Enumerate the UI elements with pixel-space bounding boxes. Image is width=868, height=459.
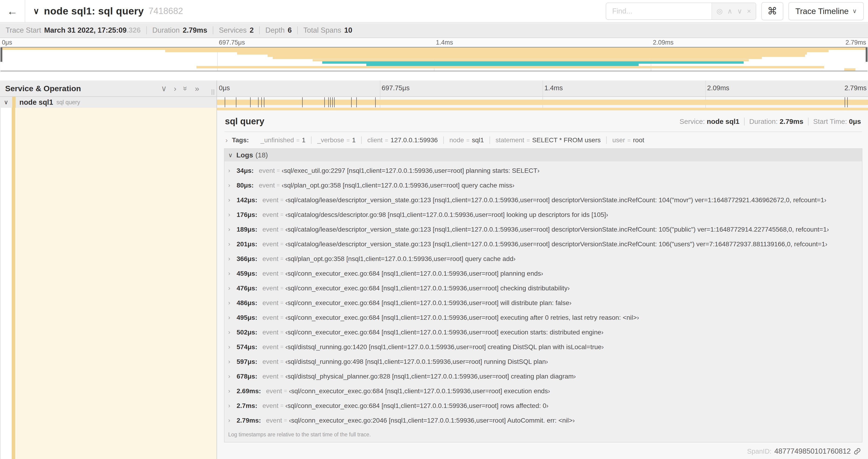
service-value: node sql1: [707, 118, 739, 125]
collapse-all-icon[interactable]: »: [181, 86, 190, 91]
log-equals: =: [280, 329, 283, 335]
log-field-key: event: [262, 329, 279, 336]
trace-view-switcher[interactable]: Trace Timeline ∨: [788, 2, 864, 20]
log-field-key: event: [262, 285, 279, 292]
log-timestamp: 459μs:: [237, 270, 257, 277]
find-input[interactable]: [606, 3, 711, 19]
summary-label: Services: [219, 26, 247, 35]
log-event-tick: [328, 97, 329, 107]
collapse-one-icon[interactable]: ∨: [161, 84, 167, 93]
span-duration-bar[interactable]: [217, 100, 868, 105]
log-row[interactable]: ›486μs:event=‹sql/conn_executor_exec.go:…: [224, 296, 862, 310]
chevron-right-icon: ›: [228, 299, 237, 306]
log-row[interactable]: ›476μs:event=‹sql/conn_executor_exec.go:…: [224, 281, 862, 296]
log-row[interactable]: ›502μs:event=‹sql/conn_executor_exec.go:…: [224, 325, 862, 339]
service-operation-header: Service & Operation ∨ › » »: [0, 80, 217, 96]
log-event-tick: [236, 97, 236, 107]
find-next-icon[interactable]: ∨: [737, 7, 742, 15]
log-row[interactable]: ›142μs:event=‹sql/catalog/lease/descript…: [224, 193, 862, 207]
log-field-key: event: [262, 402, 279, 409]
tag-equals: =: [296, 137, 300, 144]
ruler-tick-label: 0μs: [219, 84, 230, 92]
minimap-tick-labels: 0μs697.75μs1.4ms2.09ms2.79ms: [0, 38, 868, 47]
log-row[interactable]: ›34μs:event=‹sql/exec_util.go:2297 [nsql…: [224, 163, 862, 178]
log-row[interactable]: ›2.79ms:event=‹sql/conn_executor_exec.go…: [224, 413, 862, 428]
tag-item: user=root: [607, 136, 650, 144]
find-clear-icon[interactable]: ×: [747, 7, 751, 15]
minimap-span: [273, 57, 762, 59]
timeline-ruler: 0μs697.75μs1.4ms2.09ms2.79ms: [217, 80, 868, 96]
trace-title-group[interactable]: ∨ node sql1: sql query 7418682: [33, 5, 183, 17]
log-row[interactable]: ›2.69ms:event=‹sql/conn_executor_exec.go…: [224, 384, 862, 398]
find-prev-icon[interactable]: ∧: [727, 7, 733, 15]
summary-value: 6: [288, 26, 292, 35]
logs-list: ›34μs:event=‹sql/exec_util.go:2297 [nsql…: [224, 161, 862, 442]
log-field-value: ‹sql/exec_util.go:2297 [nsql1,client=127…: [282, 167, 539, 174]
span-detail-panel: sql query Service: node sql1 Duration: 2…: [217, 110, 868, 459]
tag-equals: =: [627, 137, 631, 144]
log-event-tick: [302, 97, 303, 107]
log-row[interactable]: ›201μs:event=‹sql/catalog/lease/descript…: [224, 237, 862, 252]
locate-icon[interactable]: ◎: [717, 7, 723, 15]
expand-all-icon[interactable]: »: [195, 84, 199, 93]
log-event-tick: [351, 97, 352, 107]
collapse-trace-icon[interactable]: ∨: [33, 6, 39, 16]
log-timestamp: 678μs:: [237, 373, 257, 380]
log-event-tick: [225, 97, 225, 107]
log-row[interactable]: ›574μs:event=‹sql/distsql_running.go:142…: [224, 339, 862, 354]
span-collapse-icon[interactable]: ∨: [0, 99, 12, 106]
tag-key: _verbose: [317, 136, 344, 144]
logs-count: (18): [255, 151, 268, 159]
log-row[interactable]: ›597μs:event=‹sql/distsql_running.go:498…: [224, 354, 862, 369]
log-row[interactable]: ›2.7ms:event=‹sql/conn_executor_exec.go:…: [224, 398, 862, 413]
minimap-left-handle[interactable]: [0, 47, 2, 62]
trace-id: 7418682: [149, 6, 183, 16]
span-row-label[interactable]: ∨ node sql1 sql query: [0, 97, 217, 108]
log-row[interactable]: ›459μs:event=‹sql/conn_executor_exec.go:…: [224, 266, 862, 281]
log-equals: =: [284, 417, 287, 424]
tag-item: client=127.0.0.1:59936: [362, 136, 443, 144]
span-color-stripe: [12, 108, 15, 459]
tag-value: 1: [302, 136, 306, 144]
log-event-tick: [264, 97, 265, 107]
ruler-gridline: [380, 80, 380, 96]
duration-label: Duration:: [749, 118, 778, 125]
log-timestamp: 201μs:: [237, 240, 257, 248]
summary-label: Duration: [152, 26, 180, 35]
service-label: Service:: [679, 118, 705, 125]
log-row[interactable]: ›189μs:event=‹sql/catalog/lease/descript…: [224, 222, 862, 237]
minimap-right-handle[interactable]: [866, 47, 868, 62]
expand-one-icon[interactable]: ›: [174, 84, 177, 93]
link-icon[interactable]: [854, 448, 861, 455]
chevron-right-icon: ›: [228, 255, 237, 262]
minimap-span: [844, 68, 856, 71]
log-row[interactable]: ›80μs:event=‹sql/plan_opt.go:358 [nsql1,…: [224, 178, 862, 193]
start-time-value: 0μs: [849, 118, 861, 125]
log-event-tick: [847, 97, 848, 107]
span-bar-cell[interactable]: [217, 97, 868, 108]
divider: [808, 118, 808, 126]
span-detail-header: sql query Service: node sql1 Duration: 2…: [224, 110, 862, 132]
log-row[interactable]: ›176μs:event=‹sql/catalog/descs/descript…: [224, 207, 862, 222]
log-row[interactable]: ›678μs:event=‹sql/distsql_physical_plann…: [224, 369, 862, 384]
log-event-tick: [258, 97, 258, 107]
column-resize-handle[interactable]: [212, 89, 214, 95]
tag-key: node: [450, 136, 464, 144]
summary-value: 2.79ms: [183, 26, 207, 35]
log-equals: =: [280, 256, 283, 262]
log-row[interactable]: ›495μs:event=‹sql/conn_executor_exec.go:…: [224, 310, 862, 325]
logs-header[interactable]: ∨ Logs (18): [224, 149, 862, 161]
minimap-canvas[interactable]: [0, 47, 868, 71]
back-button[interactable]: ←: [0, 0, 25, 22]
log-row[interactable]: ›366μs:event=‹sql/plan_opt.go:358 [nsql1…: [224, 252, 862, 266]
log-equals: =: [280, 285, 283, 291]
tag-value: SELECT * FROM users: [532, 136, 601, 144]
timeline-minimap: 0μs697.75μs1.4ms2.09ms2.79ms: [0, 38, 868, 72]
log-equals: =: [280, 211, 283, 218]
keyboard-shortcuts-button[interactable]: ⌘: [762, 2, 783, 20]
logs-label: Logs: [236, 151, 253, 159]
minimap-span: [322, 61, 744, 64]
chevron-right-icon: ›: [228, 211, 237, 218]
tags-accordion[interactable]: › Tags: _unfinished=1_verbose=1client=12…: [224, 132, 862, 148]
ruler-gridline: [542, 80, 543, 96]
